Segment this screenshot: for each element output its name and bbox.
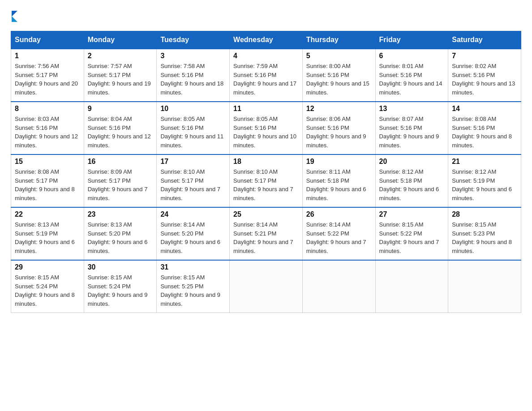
day-info: Sunrise: 8:13 AMSunset: 5:19 PMDaylight:… [15,221,75,254]
calendar-cell: 23 Sunrise: 8:13 AMSunset: 5:20 PMDaylig… [84,207,157,260]
calendar-cell: 4 Sunrise: 7:59 AMSunset: 5:16 PMDayligh… [230,49,303,102]
day-info: Sunrise: 8:10 AMSunset: 5:17 PMDaylight:… [233,168,293,201]
day-info: Sunrise: 8:13 AMSunset: 5:20 PMDaylight:… [88,221,148,254]
day-info: Sunrise: 8:11 AMSunset: 5:18 PMDaylight:… [306,168,366,201]
day-number: 8 [15,105,80,113]
calendar-header-row: SundayMondayTuesdayWednesdayThursdayFrid… [11,31,521,49]
calendar-cell [302,260,375,313]
day-info: Sunrise: 8:10 AMSunset: 5:17 PMDaylight:… [160,168,220,201]
day-info: Sunrise: 7:59 AMSunset: 5:16 PMDaylight:… [233,63,296,96]
calendar-cell: 16 Sunrise: 8:09 AMSunset: 5:17 PMDaylig… [84,154,157,207]
day-number: 12 [306,105,372,113]
day-info: Sunrise: 7:57 AMSunset: 5:17 PMDaylight:… [88,63,151,96]
day-info: Sunrise: 8:07 AMSunset: 5:16 PMDaylight:… [379,116,439,149]
calendar-week-row: 15 Sunrise: 8:08 AMSunset: 5:17 PMDaylig… [11,154,521,207]
calendar-cell: 1 Sunrise: 7:56 AMSunset: 5:17 PMDayligh… [11,49,84,102]
logo [11,11,17,22]
calendar-cell: 29 Sunrise: 8:15 AMSunset: 5:24 PMDaylig… [11,260,84,313]
day-number: 15 [15,158,80,166]
calendar-cell: 14 Sunrise: 8:08 AMSunset: 5:16 PMDaylig… [448,102,521,154]
calendar-cell [375,260,448,313]
calendar-week-row: 8 Sunrise: 8:03 AMSunset: 5:16 PMDayligh… [11,102,521,154]
day-info: Sunrise: 8:15 AMSunset: 5:22 PMDaylight:… [379,221,439,254]
day-number: 22 [15,210,80,218]
day-info: Sunrise: 8:08 AMSunset: 5:17 PMDaylight:… [15,168,75,201]
calendar-week-row: 1 Sunrise: 7:56 AMSunset: 5:17 PMDayligh… [11,49,521,102]
day-number: 4 [233,52,299,60]
calendar-cell: 8 Sunrise: 8:03 AMSunset: 5:16 PMDayligh… [11,102,84,154]
calendar-cell: 11 Sunrise: 8:05 AMSunset: 5:16 PMDaylig… [230,102,303,154]
calendar-cell: 24 Sunrise: 8:14 AMSunset: 5:20 PMDaylig… [157,207,230,260]
calendar-cell: 21 Sunrise: 8:12 AMSunset: 5:19 PMDaylig… [448,154,521,207]
calendar-cell: 26 Sunrise: 8:14 AMSunset: 5:22 PMDaylig… [302,207,375,260]
calendar-cell: 13 Sunrise: 8:07 AMSunset: 5:16 PMDaylig… [375,102,448,154]
day-info: Sunrise: 8:08 AMSunset: 5:16 PMDaylight:… [452,116,512,149]
calendar-cell: 10 Sunrise: 8:05 AMSunset: 5:16 PMDaylig… [157,102,230,154]
day-info: Sunrise: 8:14 AMSunset: 5:21 PMDaylight:… [233,221,293,254]
day-info: Sunrise: 8:14 AMSunset: 5:22 PMDaylight:… [306,221,366,254]
day-number: 20 [379,158,445,166]
calendar-cell: 15 Sunrise: 8:08 AMSunset: 5:17 PMDaylig… [11,154,84,207]
day-number: 18 [233,158,299,166]
day-number: 2 [88,52,153,60]
day-info: Sunrise: 8:02 AMSunset: 5:16 PMDaylight:… [452,63,515,96]
day-number: 3 [160,52,226,60]
day-info: Sunrise: 8:12 AMSunset: 5:18 PMDaylight:… [379,168,439,201]
calendar-cell: 17 Sunrise: 8:10 AMSunset: 5:17 PMDaylig… [157,154,230,207]
day-info: Sunrise: 8:14 AMSunset: 5:20 PMDaylight:… [160,221,220,254]
day-info: Sunrise: 8:15 AMSunset: 5:24 PMDaylight:… [15,274,75,307]
day-number: 11 [233,105,299,113]
day-info: Sunrise: 8:15 AMSunset: 5:25 PMDaylight:… [160,274,220,307]
day-number: 19 [306,158,372,166]
calendar-cell: 12 Sunrise: 8:06 AMSunset: 5:16 PMDaylig… [302,102,375,154]
day-number: 30 [88,263,153,271]
day-number: 14 [452,105,517,113]
column-header-sunday: Sunday [11,31,84,49]
day-info: Sunrise: 8:09 AMSunset: 5:17 PMDaylight:… [88,168,148,201]
column-header-monday: Monday [84,31,157,49]
day-number: 17 [160,158,226,166]
day-number: 31 [160,263,226,271]
calendar-week-row: 29 Sunrise: 8:15 AMSunset: 5:24 PMDaylig… [11,260,521,313]
day-info: Sunrise: 8:05 AMSunset: 5:16 PMDaylight:… [233,116,296,149]
calendar-cell: 20 Sunrise: 8:12 AMSunset: 5:18 PMDaylig… [375,154,448,207]
day-number: 26 [306,210,372,218]
day-info: Sunrise: 8:15 AMSunset: 5:24 PMDaylight:… [88,274,148,307]
calendar-table: SundayMondayTuesdayWednesdayThursdayFrid… [11,31,521,313]
calendar-cell: 7 Sunrise: 8:02 AMSunset: 5:16 PMDayligh… [448,49,521,102]
day-info: Sunrise: 8:15 AMSunset: 5:23 PMDaylight:… [452,221,512,254]
day-number: 28 [452,210,517,218]
calendar-cell: 27 Sunrise: 8:15 AMSunset: 5:22 PMDaylig… [375,207,448,260]
day-info: Sunrise: 8:05 AMSunset: 5:16 PMDaylight:… [160,116,223,149]
day-number: 7 [452,52,517,60]
day-number: 10 [160,105,226,113]
calendar-cell: 31 Sunrise: 8:15 AMSunset: 5:25 PMDaylig… [157,260,230,313]
calendar-cell: 9 Sunrise: 8:04 AMSunset: 5:16 PMDayligh… [84,102,157,154]
calendar-cell: 30 Sunrise: 8:15 AMSunset: 5:24 PMDaylig… [84,260,157,313]
day-number: 27 [379,210,445,218]
day-number: 5 [306,52,372,60]
column-header-friday: Friday [375,31,448,49]
calendar-cell [230,260,303,313]
column-header-tuesday: Tuesday [157,31,230,49]
day-number: 21 [452,158,517,166]
page-header [11,11,521,22]
day-info: Sunrise: 8:00 AMSunset: 5:16 PMDaylight:… [306,63,369,96]
calendar-cell: 18 Sunrise: 8:10 AMSunset: 5:17 PMDaylig… [230,154,303,207]
day-info: Sunrise: 8:01 AMSunset: 5:16 PMDaylight:… [379,63,442,96]
calendar-cell [448,260,521,313]
calendar-cell: 6 Sunrise: 8:01 AMSunset: 5:16 PMDayligh… [375,49,448,102]
calendar-cell: 25 Sunrise: 8:14 AMSunset: 5:21 PMDaylig… [230,207,303,260]
day-info: Sunrise: 7:58 AMSunset: 5:16 PMDaylight:… [160,63,223,96]
day-number: 16 [88,158,153,166]
calendar-cell: 3 Sunrise: 7:58 AMSunset: 5:16 PMDayligh… [157,49,230,102]
day-number: 23 [88,210,153,218]
day-info: Sunrise: 8:12 AMSunset: 5:19 PMDaylight:… [452,168,512,201]
day-info: Sunrise: 8:03 AMSunset: 5:16 PMDaylight:… [15,116,78,149]
day-number: 24 [160,210,226,218]
day-info: Sunrise: 8:04 AMSunset: 5:16 PMDaylight:… [88,116,151,149]
day-number: 13 [379,105,445,113]
calendar-cell: 2 Sunrise: 7:57 AMSunset: 5:17 PMDayligh… [84,49,157,102]
column-header-thursday: Thursday [302,31,375,49]
calendar-week-row: 22 Sunrise: 8:13 AMSunset: 5:19 PMDaylig… [11,207,521,260]
